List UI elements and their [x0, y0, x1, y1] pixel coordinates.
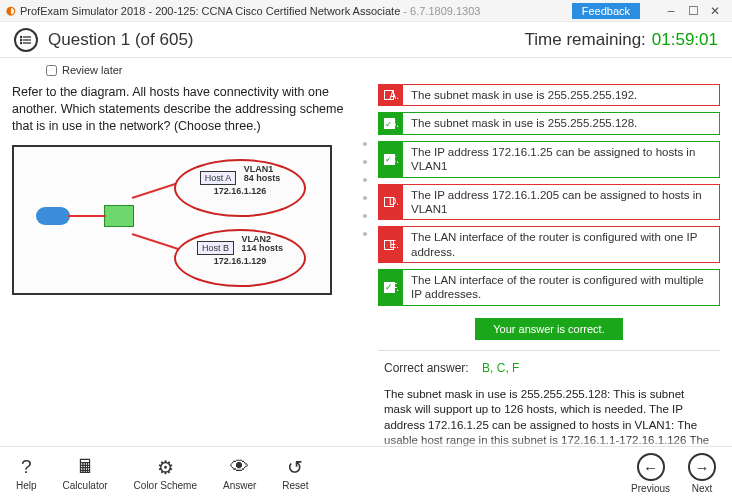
previous-button[interactable]: ←Previous — [631, 453, 670, 494]
svg-point-3 — [20, 36, 21, 37]
close-button[interactable]: ✕ — [704, 4, 726, 18]
answer-option-e[interactable]: E. The LAN interface of the router is co… — [378, 226, 720, 263]
answer-text: The LAN interface of the router is confi… — [402, 269, 720, 306]
answer-text: The IP address 172.16.1.205 can be assig… — [402, 184, 720, 221]
answer-option-f[interactable]: ✓F. The LAN interface of the router is c… — [378, 269, 720, 306]
reset-button[interactable]: ↺Reset — [282, 456, 308, 491]
review-later[interactable]: Review later — [0, 58, 732, 84]
answer-marker: ✓F. — [378, 269, 402, 306]
router-icon — [36, 207, 70, 225]
answer-text: The IP address 172.16.1.25 can be assign… — [402, 141, 720, 178]
vlan2-group: Host B VLAN2114 hosts 172.16.1.129 — [174, 229, 306, 287]
color-scheme-button[interactable]: ⚙Color Scheme — [134, 456, 197, 491]
calculator-icon: 🖩 — [76, 456, 95, 478]
answer-option-d[interactable]: D. The IP address 172.16.1.205 can be as… — [378, 184, 720, 221]
network-diagram: Host A VLAN184 hosts 172.16.1.126 Host B… — [12, 145, 332, 295]
review-label: Review later — [62, 64, 123, 76]
arrow-right-icon: → — [688, 453, 716, 481]
answer-marker: E. — [378, 226, 402, 263]
list-icon — [20, 34, 32, 46]
answer-text: The LAN interface of the router is confi… — [402, 226, 720, 263]
svg-point-5 — [20, 42, 21, 43]
menu-button[interactable] — [14, 28, 38, 52]
question-number: Question 1 (of 605) — [48, 30, 194, 50]
host-a-label: Host A — [200, 171, 237, 185]
host-b-label: Host B — [197, 241, 234, 255]
splitter[interactable] — [358, 84, 372, 454]
verdict-badge: Your answer is correct. — [475, 318, 622, 340]
answer-text: The subnet mask in use is 255.255.255.12… — [402, 112, 720, 134]
app-logo-icon: ◐ — [6, 4, 16, 17]
answer-marker: ✓C. — [378, 141, 402, 178]
vlan1-group: Host A VLAN184 hosts 172.16.1.126 — [174, 159, 306, 217]
app-title: ProfExam Simulator 2018 — [20, 5, 145, 17]
answer-text: The subnet mask in use is 255.255.255.19… — [402, 84, 720, 106]
switch-icon — [104, 205, 134, 227]
question-header: Question 1 (of 605) Time remaining: 01:5… — [0, 22, 732, 58]
eye-icon: 👁 — [230, 456, 249, 478]
timer-label: Time remaining: — [525, 30, 646, 50]
reset-icon: ↺ — [287, 456, 303, 478]
explanation-panel: Correct answer: B, C, F The subnet mask … — [378, 350, 720, 454]
gear-icon: ⚙ — [157, 456, 174, 478]
help-icon: ? — [21, 456, 32, 478]
correct-answer-label: Correct answer: — [384, 361, 469, 375]
next-button[interactable]: →Next — [688, 453, 716, 494]
answer-option-c[interactable]: ✓C. The IP address 172.16.1.25 can be as… — [378, 141, 720, 178]
answer-marker: ✓B. — [378, 112, 402, 134]
correct-answer-value: B, C, F — [482, 361, 519, 375]
arrow-left-icon: ← — [637, 453, 665, 481]
answer-panel: A. The subnet mask in use is 255.255.255… — [372, 84, 720, 454]
calculator-button[interactable]: 🖩Calculator — [63, 456, 108, 491]
minimize-button[interactable]: – — [660, 4, 682, 18]
host-b-ip: 172.16.1.129 — [176, 256, 304, 266]
footer-toolbar: ?Help 🖩Calculator ⚙Color Scheme 👁Answer … — [0, 446, 732, 500]
answer-option-a[interactable]: A. The subnet mask in use is 255.255.255… — [378, 84, 720, 106]
review-checkbox[interactable] — [46, 65, 57, 76]
titlebar: ◐ ProfExam Simulator 2018 - 200-125: CCN… — [0, 0, 732, 22]
answer-marker: D. — [378, 184, 402, 221]
app-version: 6.7.1809.1303 — [410, 5, 480, 17]
maximize-button[interactable]: ☐ — [682, 4, 704, 18]
exam-title: 200-125: CCNA Cisco Certified Network As… — [155, 5, 400, 17]
feedback-button[interactable]: Feedback — [572, 3, 640, 19]
host-a-ip: 172.16.1.126 — [176, 186, 304, 196]
question-panel: Refer to the diagram. All hosts have con… — [12, 84, 358, 454]
answer-marker: A. — [378, 84, 402, 106]
answer-option-b[interactable]: ✓B. The subnet mask in use is 255.255.25… — [378, 112, 720, 134]
svg-point-4 — [20, 39, 21, 40]
timer-value: 01:59:01 — [652, 30, 718, 50]
question-text: Refer to the diagram. All hosts have con… — [12, 84, 352, 135]
help-button[interactable]: ?Help — [16, 456, 37, 491]
answer-button[interactable]: 👁Answer — [223, 456, 256, 491]
